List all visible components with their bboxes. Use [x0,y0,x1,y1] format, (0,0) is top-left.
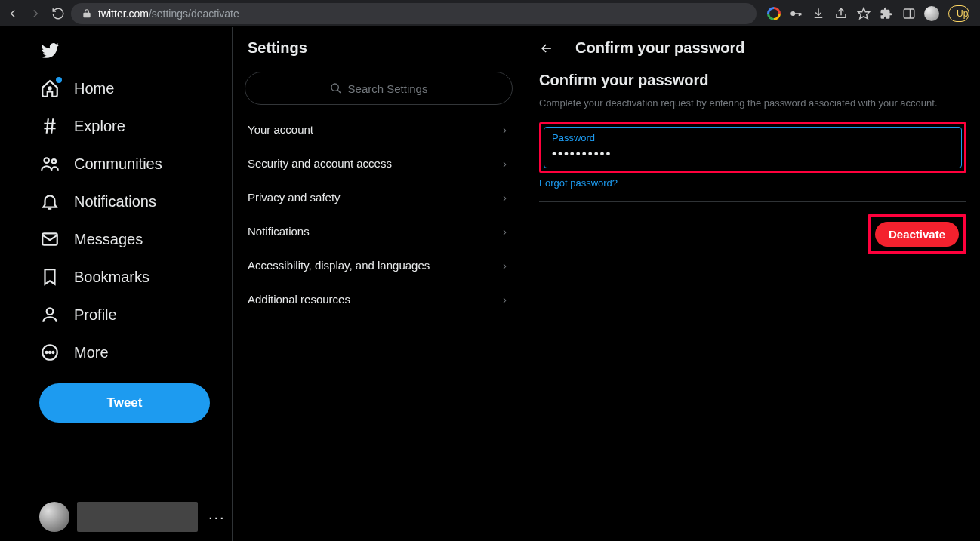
page-title: Confirm your password [575,39,744,57]
people-icon [40,154,60,174]
profile-icon [40,305,60,324]
highlight-box: Password [539,122,966,173]
nav-label: Profile [74,306,117,324]
nav-more[interactable]: More [39,334,232,371]
svg-point-16 [331,84,338,91]
chevron-right-icon: › [503,157,507,170]
search-placeholder: Search Settings [348,82,428,95]
side-panel-icon[interactable] [901,6,917,21]
nav-label: Notifications [74,193,156,211]
chevron-right-icon: › [503,191,507,204]
mail-icon [40,229,60,249]
bell-icon [40,192,60,211]
bird-icon [40,41,60,60]
chevron-right-icon: › [503,225,507,238]
hash-icon [40,116,60,136]
back-button[interactable] [539,41,554,56]
forgot-password-link[interactable]: Forgot password? [539,177,618,189]
password-input[interactable] [552,146,954,161]
tweet-button[interactable]: Tweet [39,383,210,423]
svg-point-9 [52,159,56,163]
nav-label: Explore [74,118,125,135]
account-switcher[interactable]: ··· [39,502,226,532]
settings-item-privacy[interactable]: Privacy and safety › [245,180,513,214]
password-key-icon[interactable] [788,6,803,21]
search-settings-input[interactable]: Search Settings [245,72,513,105]
svg-rect-2 [799,13,800,16]
detail-column: Confirm your password Confirm your passw… [525,27,980,541]
svg-point-7 [48,87,51,89]
nav-communities[interactable]: Communities [39,145,232,183]
bookmark-icon [40,267,60,287]
browser-url: twitter.com/settings/deactivate [98,8,239,20]
svg-point-0 [790,11,795,16]
svg-rect-3 [800,13,802,15]
google-account-icon[interactable] [767,7,781,20]
nav-home[interactable]: Home [39,69,232,107]
svg-point-15 [52,352,54,353]
nav-label: Home [74,80,114,97]
chevron-right-icon: › [503,293,507,306]
svg-marker-4 [858,8,870,18]
settings-item-account[interactable]: Your account › [245,112,513,146]
settings-item-accessibility[interactable]: Accessibility, display, and languages › [245,248,513,282]
primary-navigation: Home Explore Communities Notifications [0,27,233,541]
chevron-right-icon: › [503,123,507,136]
settings-item-additional[interactable]: Additional resources › [245,282,513,316]
twitter-logo[interactable] [39,32,232,69]
notification-dot-icon [56,77,62,83]
svg-line-17 [337,90,341,93]
settings-item-security[interactable]: Security and account access › [245,146,513,180]
extensions-icon[interactable] [879,6,894,21]
download-icon[interactable] [811,6,826,21]
section-description: Complete your deactivation request by en… [539,97,966,110]
search-icon [330,82,342,94]
browser-back-button[interactable] [6,7,20,20]
settings-item-label: Security and account access [248,157,392,170]
settings-column: Settings Search Settings Your account › … [233,27,525,541]
nav-profile[interactable]: Profile [39,296,232,334]
deactivate-button[interactable]: Deactivate [875,222,959,247]
svg-point-8 [44,158,48,163]
settings-item-label: Your account [248,123,313,136]
svg-rect-5 [904,9,914,18]
settings-item-notifications[interactable]: Notifications › [245,214,513,248]
bookmark-star-icon[interactable] [856,6,871,21]
browser-chrome: twitter.com/settings/deactivate Up [0,0,980,27]
browser-reload-button[interactable] [51,7,65,20]
lock-icon [82,8,92,19]
more-icon: ··· [208,509,226,526]
more-circle-icon [40,343,60,362]
svg-point-13 [46,352,48,353]
nav-label: Bookmarks [74,269,149,286]
svg-rect-1 [795,13,801,14]
password-label: Password [552,132,954,143]
nav-label: More [74,344,109,361]
account-name-redacted [77,502,198,532]
highlight-box: Deactivate [868,214,966,254]
settings-title: Settings [245,27,513,72]
nav-label: Messages [74,231,143,248]
settings-item-label: Notifications [248,225,310,238]
profile-avatar-icon[interactable] [924,6,939,21]
browser-forward-button[interactable] [29,7,42,20]
nav-messages[interactable]: Messages [39,220,232,258]
svg-point-11 [47,308,54,315]
divider [539,201,966,202]
browser-address-bar[interactable]: twitter.com/settings/deactivate [71,3,757,24]
nav-label: Communities [74,155,162,173]
avatar [39,502,69,532]
settings-item-label: Additional resources [248,293,350,306]
upgrade-button[interactable]: Up [948,5,969,22]
nav-notifications[interactable]: Notifications [39,183,232,220]
section-title: Confirm your password [539,72,966,89]
nav-bookmarks[interactable]: Bookmarks [39,258,232,296]
password-field-container[interactable]: Password [544,127,962,168]
svg-point-14 [49,352,51,353]
settings-item-label: Accessibility, display, and languages [248,259,430,272]
share-icon[interactable] [834,6,849,21]
settings-item-label: Privacy and safety [248,191,341,204]
nav-explore[interactable]: Explore [39,107,232,145]
chevron-right-icon: › [503,259,507,272]
